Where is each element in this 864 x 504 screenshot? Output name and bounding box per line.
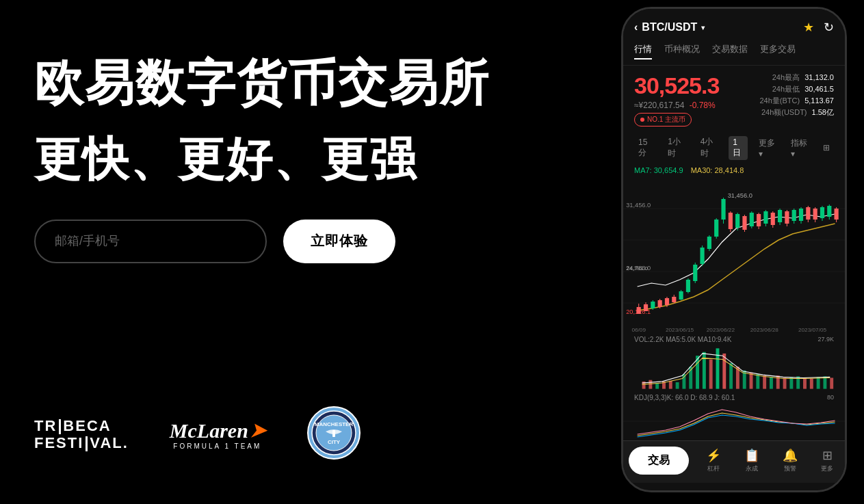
left-section: 欧易数字货币交易所 更快、更好、更强 立即体验 TRBECA FESTIVAL.… <box>0 0 618 504</box>
refresh-icon[interactable]: ↻ <box>824 20 834 35</box>
nav-leverage[interactable]: ⚡ 杠杆 <box>706 448 721 473</box>
price-cny: ≈¥220,617.54 <box>634 101 684 110</box>
svg-rect-108 <box>830 377 833 388</box>
tf-grid[interactable]: ⊞ <box>819 142 834 154</box>
svg-rect-82 <box>655 383 659 389</box>
cta-row: 立即体验 <box>34 220 584 263</box>
tribeca-partner: TRBECA FESTIVAL. <box>34 417 129 452</box>
tribeca-line1: TRBECA <box>34 417 129 434</box>
stat-vol-btc: 24h量(BTC) 5,113.67 <box>759 96 834 106</box>
price-change: -0.78% <box>690 101 716 110</box>
chart-svg: 31,456.0 24,783.0 20,126.1 <box>623 177 845 334</box>
nav-more[interactable]: ⊞ 更多 <box>821 448 833 473</box>
svg-text:31,456.0: 31,456.0 <box>728 192 752 199</box>
svg-rect-62 <box>799 209 803 221</box>
svg-rect-90 <box>709 360 713 389</box>
phone-mockup: ‹ BTC/USDT ▾ ★ ↻ 行情 币种概况 交易数据 更多交易 <box>621 7 847 492</box>
svg-rect-58 <box>785 211 789 224</box>
hero-content: 欧易数字货币交易所 更快、更好、更强 立即体验 <box>34 55 584 263</box>
permanent-icon: 📋 <box>744 448 759 463</box>
tf-1d[interactable]: 1日 <box>729 136 748 160</box>
phone-bottom-nav: 交易 ⚡ 杠杆 📋 永成 🔔 预警 <box>623 440 845 483</box>
tf-15min[interactable]: 15分 <box>634 136 657 160</box>
svg-rect-99 <box>770 377 773 388</box>
mclaren-name: McLaren <box>170 419 248 442</box>
dropdown-icon[interactable]: ▾ <box>701 24 705 31</box>
svg-rect-97 <box>756 374 759 389</box>
badge-text: NO.1 主流币 <box>647 115 685 124</box>
svg-text:2023/06/22: 2023/06/22 <box>707 327 735 333</box>
tab-more-trade[interactable]: 更多交易 <box>760 43 796 59</box>
hero-title: 欧易数字货币交易所 <box>34 55 584 111</box>
tab-trade-data[interactable]: 交易数据 <box>712 43 748 59</box>
svg-rect-89 <box>703 352 706 389</box>
ma-row: MA7: 30,654.9 MA30: 28,414.8 <box>623 165 845 177</box>
svg-rect-56 <box>778 210 782 222</box>
price-right: 24h最高 31,132.0 24h最低 30,461.5 24h量(BTC) … <box>759 72 834 118</box>
vol-row-text: VOL:2.2K MA5:5.0K MA10:9.4K <box>634 336 731 343</box>
svg-rect-15 <box>637 307 641 314</box>
svg-rect-37 <box>714 220 718 237</box>
svg-rect-21 <box>658 300 662 307</box>
svg-text:24,783.0: 24,783.0 <box>626 265 649 271</box>
more-icon: ⊞ <box>822 448 833 463</box>
more-label: 更多 <box>821 464 833 473</box>
svg-rect-101 <box>783 377 787 388</box>
svg-rect-35 <box>707 237 711 249</box>
svg-rect-98 <box>763 375 766 388</box>
nav-permanent[interactable]: 📋 永成 <box>744 448 759 473</box>
svg-text:MANCHESTER: MANCHESTER <box>315 421 354 427</box>
mancity-partner: MANCHESTER CITY <box>306 406 361 463</box>
svg-rect-31 <box>693 265 697 281</box>
badge-dot <box>640 118 644 122</box>
kdj-label-row: KDJ(9,3,3)K: 66.0 D: 68.9 J: 60.1 80 <box>623 393 845 403</box>
email-input[interactable] <box>34 220 267 263</box>
svg-rect-33 <box>700 248 704 264</box>
mclaren-swoosh: ➤ <box>250 419 265 442</box>
svg-rect-66 <box>813 209 817 220</box>
leverage-icon: ⚡ <box>706 448 721 463</box>
tab-market[interactable]: 行情 <box>634 43 652 59</box>
permanent-label: 永成 <box>746 464 758 473</box>
nav-alert[interactable]: 🔔 预警 <box>783 448 798 473</box>
phone-tabs: 行情 币种概况 交易数据 更多交易 <box>623 40 845 66</box>
price-section: 30,525.3 ≈¥220,617.54 -0.78% NO.1 主流币 24… <box>623 66 845 131</box>
mclaren-partner: McLaren ➤ FORMULA 1 TEAM <box>170 419 265 450</box>
tf-more[interactable]: 更多▾ <box>755 136 780 160</box>
stat-low: 24h最低 30,461.5 <box>759 84 834 94</box>
main-price: 30,525.3 <box>634 72 719 99</box>
mancity-logo: MANCHESTER CITY <box>306 406 361 460</box>
svg-text:31,456.0: 31,456.0 <box>626 202 651 209</box>
tf-1h[interactable]: 1小时 <box>664 135 690 161</box>
svg-rect-60 <box>792 210 796 221</box>
kdj-text: KDJ(9,3,3)K: 66.0 D: 68.9 J: 60.1 <box>634 394 735 401</box>
svg-rect-46 <box>742 216 746 230</box>
volume-label: VOL:2.2K MA5:5.0K MA10:9.4K 27.9K <box>623 334 845 345</box>
mclaren-subtitle: FORMULA 1 TEAM <box>173 442 261 450</box>
cta-button[interactable]: 立即体验 <box>283 220 395 263</box>
svg-rect-109 <box>623 403 845 440</box>
svg-rect-64 <box>806 207 810 220</box>
header-icons: ★ ↻ <box>803 20 834 35</box>
trading-pair: BTC/USDT <box>642 21 697 34</box>
main-chart: 31,456.0 24,783.0 20,126.1 <box>623 177 845 334</box>
svg-rect-106 <box>817 377 820 388</box>
alert-label: 预警 <box>784 464 796 473</box>
svg-rect-50 <box>757 214 761 226</box>
tf-indicators[interactable]: 指标▾ <box>787 136 812 160</box>
timeframe-row: 15分 1小时 4小时 1日 更多▾ 指标▾ ⊞ <box>623 131 845 165</box>
price-left: 30,525.3 ≈¥220,617.54 -0.78% NO.1 主流币 <box>634 72 719 127</box>
back-icon[interactable]: ‹ <box>634 21 638 34</box>
price-sub: ≈¥220,617.54 -0.78% <box>634 101 719 110</box>
svg-rect-25 <box>672 297 676 302</box>
svg-rect-48 <box>750 213 754 226</box>
tf-4h[interactable]: 4小时 <box>696 135 722 161</box>
no1-badge: NO.1 主流币 <box>634 113 692 127</box>
trade-button[interactable]: 交易 <box>629 447 689 475</box>
tab-overview[interactable]: 币种概况 <box>664 43 700 59</box>
partners-row: TRBECA FESTIVAL. McLaren ➤ FORMULA 1 TEA… <box>34 406 584 477</box>
svg-rect-27 <box>679 291 683 300</box>
main-layout: 欧易数字货币交易所 更快、更好、更强 立即体验 TRBECA FESTIVAL.… <box>0 0 864 504</box>
stat-vol-usdt: 24h额(USDT) 1.58亿 <box>759 107 834 118</box>
favorite-icon[interactable]: ★ <box>803 20 814 35</box>
